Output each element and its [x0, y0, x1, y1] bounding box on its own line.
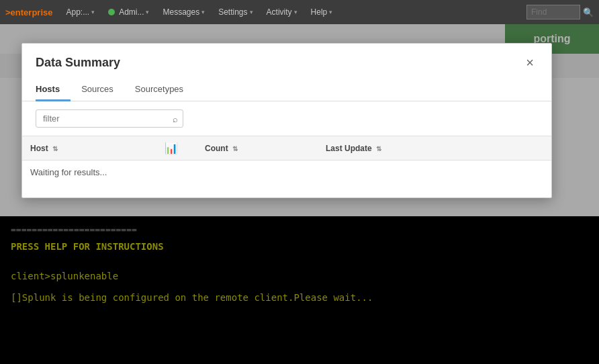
nav-settings[interactable]: Settings ▾ [213, 5, 258, 19]
tab-hosts-label: Hosts [36, 84, 60, 94]
col-host-sort-icon[interactable]: ⇅ [52, 145, 58, 152]
table-header: Host ⇅ 📊 Count ⇅ Last Update ⇅ [22, 136, 551, 161]
col-header-lastupdate[interactable]: Last Update ⇅ [318, 136, 551, 161]
nav-messages-label: Messages [163, 7, 199, 17]
nav-app[interactable]: App:... ▾ [60, 5, 100, 19]
nav-settings-chevron-icon: ▾ [250, 9, 253, 15]
tab-sources-label: Sources [81, 84, 113, 94]
modal-body: ⌕ Host ⇅ 📊 Count [22, 101, 551, 197]
modal-title: Data Summary [36, 56, 120, 70]
hosts-table: Host ⇅ 📊 Count ⇅ Last Update ⇅ [22, 136, 551, 184]
col-lastupdate-sort-icon[interactable]: ⇅ [376, 145, 381, 152]
nav-help-chevron-icon: ▾ [329, 9, 332, 15]
top-nav-bar: >enterprise App:... ▾ Admi... ▾ Messages… [0, 0, 599, 24]
col-header-chart: 📊 [156, 136, 197, 161]
table-row-waiting: Waiting for results... [22, 161, 551, 185]
filter-search-icon[interactable]: ⌕ [173, 113, 178, 124]
page-background: porting ======================== PRESS H… [0, 24, 599, 364]
find-input[interactable] [526, 5, 580, 19]
chart-bar-icon: 📊 [165, 142, 178, 154]
admin-status-dot [108, 9, 115, 15]
tab-sources[interactable]: Sources [71, 79, 124, 101]
nav-settings-label: Settings [218, 7, 247, 17]
col-lastupdate-label: Last Update [326, 144, 372, 153]
filter-row: ⌕ [22, 101, 551, 136]
waiting-message: Waiting for results... [22, 161, 551, 185]
modal-close-button[interactable]: × [522, 54, 538, 71]
col-header-host[interactable]: Host ⇅ [22, 136, 156, 161]
nav-app-chevron-icon: ▾ [91, 9, 95, 15]
nav-activity[interactable]: Activity ▾ [261, 5, 303, 19]
find-search-icon[interactable]: 🔍 [583, 7, 594, 17]
filter-wrapper: ⌕ [36, 109, 183, 128]
filter-input[interactable] [36, 109, 183, 128]
nav-activity-chevron-icon: ▾ [294, 9, 297, 15]
nav-activity-label: Activity [267, 7, 292, 17]
nav-messages[interactable]: Messages ▾ [157, 5, 210, 19]
nav-help[interactable]: Help ▾ [306, 5, 338, 19]
tab-sourcetypes-label: Sourcetypes [135, 84, 183, 94]
tab-sourcetypes[interactable]: Sourcetypes [124, 79, 194, 101]
nav-help-label: Help [311, 7, 328, 17]
nav-messages-chevron-icon: ▾ [201, 9, 205, 15]
nav-admin-label: Admi... [119, 7, 144, 17]
data-summary-modal: Data Summary × Hosts Sources Sourcetypes… [21, 43, 552, 198]
col-header-count[interactable]: Count ⇅ [197, 136, 318, 161]
modal-tabs: Hosts Sources Sourcetypes [22, 79, 551, 101]
brand-logo: >enterprise [5, 7, 52, 17]
col-host-label: Host [30, 144, 48, 153]
tab-hosts[interactable]: Hosts [36, 79, 71, 101]
nav-admin[interactable]: Admi... ▾ [103, 5, 154, 19]
table-body: Waiting for results... [22, 161, 551, 185]
nav-app-label: App:... [66, 7, 89, 17]
modal-header: Data Summary × [22, 44, 551, 79]
col-count-label: Count [205, 144, 228, 153]
nav-admin-chevron-icon: ▾ [146, 9, 149, 15]
find-area: 🔍 [526, 5, 594, 19]
col-count-sort-icon[interactable]: ⇅ [232, 145, 238, 152]
